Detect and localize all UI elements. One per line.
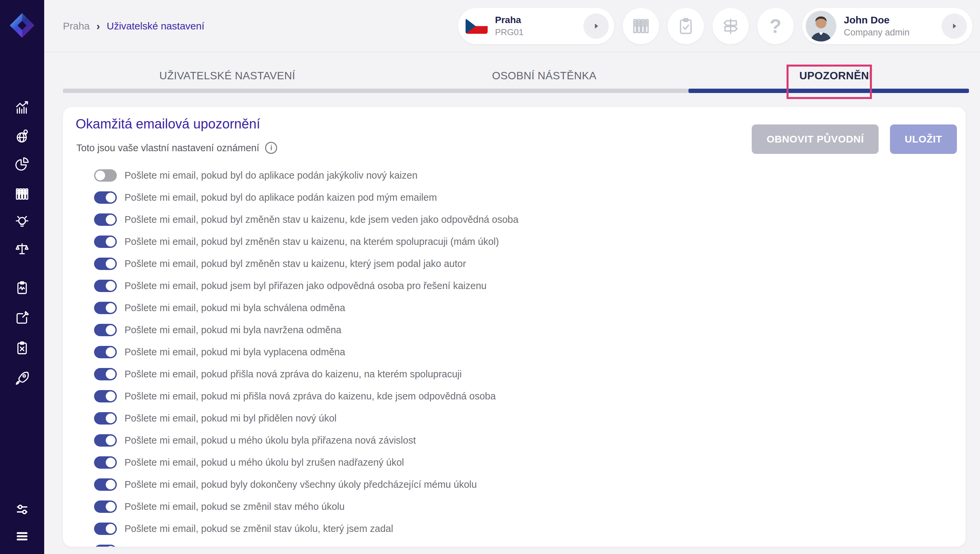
notification-toggle[interactable]: [94, 302, 117, 314]
top-controls: Praha PRG01: [458, 8, 972, 44]
notification-toggle[interactable]: [94, 258, 117, 270]
notification-toggle[interactable]: [94, 434, 117, 447]
sidebar-item-pinned[interactable]: [13, 309, 31, 326]
toggle-knob: [106, 524, 115, 533]
notification-label: Pošlete mi email, pokud se změnil stav ú…: [124, 523, 393, 534]
tab-underline-active: [688, 89, 969, 93]
scales-icon: [14, 241, 30, 256]
notification-toggle[interactable]: [94, 500, 117, 513]
sidebar-item-reports[interactable]: [13, 155, 31, 173]
toggle-knob: [106, 436, 115, 445]
user-menu[interactable]: John Doe Company admin: [802, 8, 972, 44]
notification-toggle[interactable]: [94, 213, 117, 226]
tasks-button[interactable]: [668, 8, 704, 44]
notification-row: Pošlete mi email, pokud přišla nová zprá…: [94, 363, 959, 385]
location-selector[interactable]: Praha PRG01: [458, 8, 614, 44]
notification-toggle[interactable]: [94, 280, 117, 292]
notification-toggle[interactable]: [94, 412, 117, 425]
toggle-knob: [106, 303, 115, 313]
toggle-knob: [106, 392, 115, 401]
topbar: Praha › Uživatelské nastavení Praha PRG0…: [44, 0, 980, 52]
reset-button[interactable]: OBNOVIT PŮVODNÍ: [752, 124, 879, 154]
location-name: Praha: [495, 15, 523, 25]
sidebar-item-rejected[interactable]: [13, 339, 31, 357]
toggle-knob: [106, 259, 115, 269]
notification-row: Pošlete mi email, pokud byl do aplikace …: [94, 164, 959, 186]
notification-row: Pošlete mi email, pokud mi byla schválen…: [94, 297, 959, 319]
sidebar-item-settings[interactable]: [13, 501, 31, 518]
notification-row: Pošlete mi email, pokud se změnil stav ú…: [94, 540, 959, 547]
chevron-right-icon: ›: [96, 20, 100, 32]
toggle-knob: [106, 325, 115, 335]
panel-subtitle-row: Toto jsou vaše vlastní nastavení oznámen…: [76, 142, 277, 154]
notification-label: Pošlete mi email, pokud mi přišla nová z…: [124, 391, 496, 402]
notification-label: Pošlete mi email, pokud se změnil stav m…: [124, 501, 345, 512]
notification-label: Pošlete mi email, pokud byl změněn stav …: [124, 236, 499, 247]
sidebar-item-activity[interactable]: [13, 279, 31, 296]
columns-button[interactable]: [623, 8, 659, 44]
toggle-knob: [106, 369, 115, 379]
user-expand-button[interactable]: [942, 13, 967, 39]
notification-row: Pošlete mi email, pokud byly dokončeny v…: [94, 473, 959, 495]
info-icon[interactable]: i: [265, 142, 277, 154]
notification-toggle[interactable]: [94, 236, 117, 248]
sidebar-item-menu[interactable]: [13, 528, 31, 545]
sidebar-item-analytics[interactable]: [13, 99, 31, 116]
notification-row: Pošlete mi email, pokud mi byla vyplacen…: [94, 341, 959, 363]
panel-actions: OBNOVIT PŮVODNÍ ULOŽIT: [752, 124, 957, 154]
toggle-knob: [106, 414, 115, 423]
notification-toggle[interactable]: [94, 522, 117, 535]
avatar: [806, 11, 837, 41]
notification-toggle[interactable]: [94, 390, 117, 403]
clipboard-pulse-icon: [14, 280, 30, 295]
app-logo[interactable]: [9, 12, 35, 39]
notification-toggle[interactable]: [94, 544, 117, 547]
signpost-button[interactable]: [712, 8, 749, 44]
breadcrumb-root[interactable]: Praha: [63, 21, 90, 32]
notification-toggle[interactable]: [94, 346, 117, 358]
sidebar: [0, 0, 44, 554]
app-root: Praha › Uživatelské nastavení Praha PRG0…: [0, 0, 980, 554]
notification-toggle[interactable]: [94, 191, 117, 204]
toggle-knob: [106, 193, 115, 202]
main-area: Praha › Uživatelské nastavení Praha PRG0…: [44, 0, 980, 554]
notification-toggle[interactable]: [94, 456, 117, 469]
notification-label: Pošlete mi email, pokud byl změněn stav …: [124, 214, 518, 225]
panel-subtitle: Toto jsou vaše vlastní nastavení oznámen…: [76, 143, 259, 154]
notification-row: Pošlete mi email, pokud byl do aplikace …: [94, 186, 959, 209]
notification-row: Pošlete mi email, pokud se změnil stav ú…: [94, 517, 959, 540]
czech-flag-icon: [465, 18, 488, 34]
toggle-knob: [106, 546, 115, 547]
location-expand-button[interactable]: [583, 13, 609, 39]
notification-row: Pošlete mi email, pokud mi byl přidělen …: [94, 407, 959, 429]
notification-toggle[interactable]: [94, 368, 117, 380]
tab-personal-dashboard[interactable]: OSOBNÍ NÁSTĚNKA: [492, 70, 596, 82]
notification-toggle[interactable]: [94, 478, 117, 491]
sidebar-item-locations[interactable]: [13, 127, 31, 145]
notification-toggle[interactable]: [94, 324, 117, 336]
toggle-knob: [106, 281, 115, 291]
notification-label: Pošlete mi email, pokud byl do aplikace …: [124, 170, 417, 181]
help-button[interactable]: ?: [757, 8, 794, 44]
hamburger-menu-icon: [14, 529, 30, 544]
notification-label: Pošlete mi email, pokud mi byl přidělen …: [124, 413, 336, 424]
notification-row: Pošlete mi email, pokud mi byla navržena…: [94, 319, 959, 341]
tab-user-settings[interactable]: UŽIVATELSKÉ NASTAVENÍ: [159, 70, 295, 82]
sidebar-item-evaluation[interactable]: [13, 240, 31, 257]
sidebar-item-board[interactable]: [13, 185, 31, 203]
notification-row: Pošlete mi email, pokud u mého úkolu byl…: [94, 451, 959, 473]
notification-list: Pošlete mi email, pokud byl do aplikace …: [94, 164, 959, 547]
save-button[interactable]: ULOŽIT: [890, 124, 957, 154]
breadcrumb-current: Uživatelské nastavení: [107, 21, 204, 32]
toggle-knob: [106, 347, 115, 357]
sidebar-item-launch[interactable]: [13, 369, 31, 387]
settings-panel: Okamžitá emailová upozornění Toto jsou v…: [63, 107, 966, 547]
sidebar-item-kaizen-ideas[interactable]: [13, 213, 31, 231]
tab-notifications[interactable]: UPOZORNĚNÍ: [799, 70, 872, 82]
pie-chart-icon: [14, 156, 30, 172]
notification-row: Pošlete mi email, pokud mi přišla nová z…: [94, 385, 959, 407]
chevron-right-icon: [591, 21, 601, 31]
question-icon: ?: [770, 16, 781, 36]
notification-label: Pošlete mi email, pokud jsem byl přiřaze…: [124, 280, 487, 291]
notification-toggle[interactable]: [94, 169, 117, 181]
